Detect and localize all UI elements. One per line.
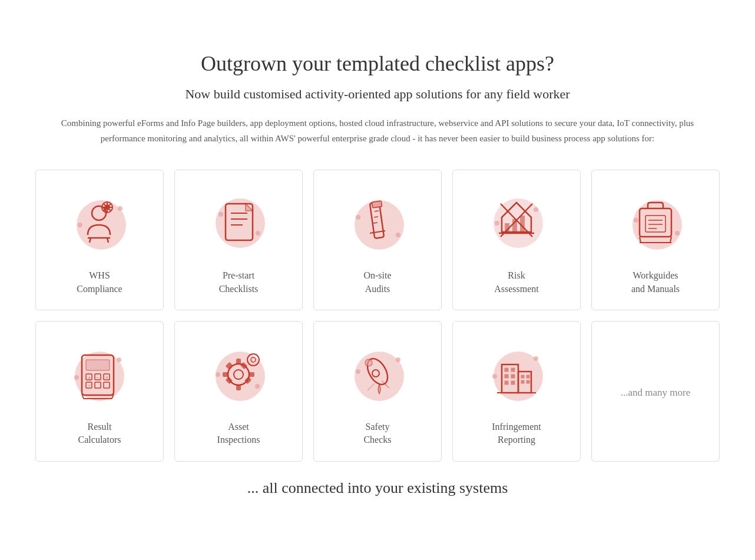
cards-row-1: WHSCompliance Pre-startCh	[35, 170, 720, 310]
whs-icon-area	[64, 188, 135, 259]
svg-point-87	[396, 357, 400, 362]
calculators-label: ResultCalculators	[78, 420, 121, 447]
page-container: Outgrown your templated checklist apps? …	[0, 28, 755, 532]
infringement-icon-area	[481, 339, 552, 410]
svg-text:-: -	[97, 375, 98, 380]
svg-rect-97	[521, 375, 524, 378]
svg-rect-92	[511, 368, 515, 372]
card-more: ...and many more	[591, 321, 720, 462]
card-whs: WHSCompliance	[35, 170, 164, 310]
svg-point-28	[396, 233, 400, 237]
svg-point-81	[255, 384, 260, 389]
svg-rect-100	[526, 380, 529, 383]
onsite-icon-area	[342, 188, 413, 259]
infringement-label: InfringementReporting	[492, 420, 541, 447]
description: Combining powerful eForms and Info Page …	[54, 116, 701, 146]
prestart-icon-area	[203, 188, 274, 259]
asset-icon-area	[203, 339, 274, 410]
workguides-icon-area	[620, 188, 691, 259]
svg-rect-70	[236, 359, 241, 365]
svg-point-11	[78, 223, 82, 227]
svg-rect-73	[249, 372, 254, 377]
safety-icon-area	[342, 339, 413, 410]
svg-text:÷: ÷	[88, 383, 91, 389]
svg-point-102	[492, 374, 497, 379]
svg-line-25	[374, 217, 378, 217]
calculators-icon-area: + - × ÷	[64, 339, 135, 410]
card-infringement: InfringementReporting	[452, 321, 581, 462]
svg-point-84	[365, 359, 372, 366]
svg-rect-23	[372, 201, 382, 208]
prestart-label: Pre-startChecklists	[219, 269, 259, 296]
more-label: ...and many more	[621, 387, 691, 399]
safety-label: SafetyChecks	[363, 420, 391, 447]
svg-point-103	[534, 356, 538, 361]
svg-rect-91	[505, 368, 508, 372]
svg-point-29	[494, 198, 543, 248]
main-heading: Outgrown your templated checklist apps?	[35, 51, 720, 76]
svg-point-27	[356, 215, 360, 220]
card-asset: AssetInspections	[174, 321, 303, 462]
svg-rect-99	[521, 380, 524, 383]
card-calculators: + - × ÷ ResultCalculators	[35, 321, 164, 462]
svg-rect-34	[512, 219, 517, 232]
svg-point-80	[216, 372, 220, 377]
svg-rect-96	[511, 381, 515, 385]
svg-rect-33	[505, 223, 509, 232]
svg-rect-51	[86, 360, 110, 370]
svg-point-12	[118, 206, 122, 211]
sub-heading: Now build customised activity-oriented a…	[35, 87, 720, 102]
svg-point-18	[218, 212, 223, 217]
bottom-text: ... all connected into your existing sys…	[35, 479, 720, 497]
cards-row-2: + - × ÷ ResultCalculators	[35, 321, 720, 462]
svg-rect-72	[223, 372, 229, 377]
card-workguides: Workguidesand Manuals	[591, 170, 720, 310]
card-risk: RiskAssessment	[452, 170, 581, 310]
svg-text:×: ×	[105, 375, 108, 380]
risk-label: RiskAssessment	[494, 269, 539, 296]
svg-point-37	[534, 207, 538, 212]
svg-line-26	[373, 223, 378, 223]
svg-text:+: +	[88, 375, 91, 380]
svg-rect-35	[520, 216, 525, 232]
svg-point-86	[356, 369, 360, 374]
workguides-label: Workguidesand Manuals	[631, 269, 680, 296]
svg-rect-95	[505, 381, 508, 385]
card-onsite: On-siteAudits	[313, 170, 442, 310]
whs-label: WHSCompliance	[77, 269, 122, 296]
onsite-label: On-siteAudits	[363, 269, 391, 296]
svg-point-19	[256, 231, 260, 236]
svg-point-65	[74, 375, 79, 380]
risk-icon-area	[481, 188, 552, 259]
svg-point-48	[675, 231, 680, 236]
svg-rect-93	[505, 375, 508, 378]
svg-rect-71	[236, 385, 241, 390]
card-safety: SafetyChecks	[313, 321, 442, 462]
svg-line-24	[375, 211, 379, 211]
svg-rect-98	[526, 375, 529, 378]
svg-point-66	[117, 357, 121, 362]
svg-point-36	[495, 221, 499, 226]
asset-label: AssetInspections	[217, 420, 260, 447]
svg-rect-94	[511, 375, 515, 378]
card-prestart: Pre-startChecklists	[174, 170, 303, 310]
svg-point-47	[634, 218, 638, 223]
